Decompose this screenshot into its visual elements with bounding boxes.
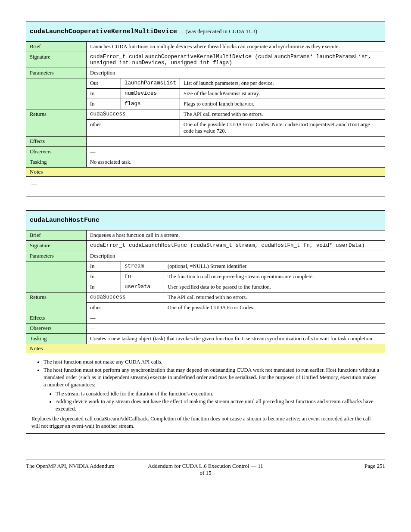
label-parameters: Parameters bbox=[26, 68, 87, 78]
label-brief: Brief bbox=[26, 42, 87, 52]
value-effects: — bbox=[87, 137, 385, 147]
param-desc: Size of the launchParamsList array. bbox=[180, 89, 385, 99]
label-effects: Effects bbox=[26, 137, 87, 147]
notes-item: The host function must not make any CUDA… bbox=[44, 358, 380, 366]
value-description-header: Description bbox=[87, 68, 385, 78]
function-name: cudaLaunchHostFunc bbox=[30, 217, 100, 224]
api-table-cudaLaunchCooperativeKernelMultiDevice: cudaLaunchCooperativeKernelMultiDevice —… bbox=[26, 22, 385, 196]
value-observers: — bbox=[87, 324, 385, 334]
param-desc: The function to call once preceding stre… bbox=[164, 272, 385, 282]
value-signature: cudaError_t cudaLaunchHostFunc (cudaStre… bbox=[87, 241, 385, 251]
param-group-cell bbox=[26, 261, 87, 292]
param-name: userData bbox=[121, 282, 164, 292]
label-returns: Returns bbox=[26, 109, 87, 137]
param-desc: (optional, =NULL) Stream identifier. bbox=[164, 261, 385, 272]
notes-body: The host function must not make any CUDA… bbox=[26, 353, 385, 434]
value-description-header: Description bbox=[87, 251, 385, 261]
label-tasking: Tasking bbox=[26, 157, 87, 168]
notes-list-2: The stream is considered idle for the du… bbox=[56, 390, 380, 413]
label-tasking: Tasking bbox=[26, 334, 87, 344]
return-desc: One of the possible CUDA Error Codes. No… bbox=[180, 120, 385, 137]
param-dir: In bbox=[87, 261, 121, 272]
value-tasking: No associated task. bbox=[87, 157, 385, 168]
param-dir: In bbox=[87, 89, 121, 99]
function-header-row: cudaLaunchCooperativeKernelMultiDevice —… bbox=[26, 22, 385, 42]
param-name: fn bbox=[121, 272, 164, 282]
return-name: other bbox=[87, 303, 164, 313]
return-desc: The API call returned with no errors. bbox=[164, 292, 385, 303]
param-dir: Out bbox=[87, 78, 121, 89]
page-footer: The OpenMP API, NVIDIA Addendum Addendum… bbox=[26, 460, 385, 476]
notes-item: The stream is considered idle for the du… bbox=[56, 390, 380, 398]
label-returns: Returns bbox=[26, 292, 87, 313]
footer-center-link[interactable]: L.6 bbox=[199, 463, 207, 469]
param-dir: In bbox=[87, 99, 121, 109]
footer-left: The OpenMP API, NVIDIA Addendum bbox=[26, 463, 146, 476]
notes-item: The host function must not perform any s… bbox=[44, 367, 380, 389]
label-observers: Observers bbox=[26, 324, 87, 334]
param-group-cell bbox=[26, 78, 87, 109]
footer-center: Addendum for CUDA L.6 Execution Control … bbox=[146, 463, 265, 476]
param-dir: In bbox=[87, 272, 121, 282]
return-name: cudaSuccess bbox=[87, 292, 164, 303]
footer-right: Page 251 bbox=[265, 463, 385, 476]
notes-header: Notes bbox=[26, 168, 385, 177]
param-desc: Flags to control launch behavior. bbox=[180, 99, 385, 109]
param-name: flags bbox=[121, 99, 180, 109]
notes-header: Notes bbox=[26, 344, 385, 353]
value-observers: — bbox=[87, 147, 385, 157]
footer-center-suffix: Execution Control — 11 of 15 bbox=[199, 463, 263, 476]
value-brief: Launches CUDA functions on multiple devi… bbox=[87, 42, 385, 52]
param-desc: List of launch parameters, one per devic… bbox=[180, 78, 385, 89]
value-brief: Enqueues a host function call in a strea… bbox=[87, 230, 385, 241]
api-table-cudaLaunchHostFunc: cudaLaunchHostFunc Brief Enqueues a host… bbox=[26, 210, 385, 434]
function-name: cudaLaunchCooperativeKernelMultiDevice bbox=[30, 28, 177, 35]
return-name: other bbox=[87, 120, 180, 137]
notes-item: Adding device work to any stream does no… bbox=[56, 398, 380, 413]
label-brief: Brief bbox=[26, 230, 87, 241]
footer-center-prefix: Addendum for CUDA bbox=[148, 463, 199, 469]
label-effects: Effects bbox=[26, 313, 87, 324]
param-name: numDevices bbox=[121, 89, 180, 99]
notes-body: — bbox=[26, 177, 385, 196]
value-effects: — bbox=[87, 313, 385, 324]
return-name: cudaSuccess bbox=[87, 109, 180, 120]
label-observers: Observers bbox=[26, 147, 87, 157]
label-parameters: Parameters bbox=[26, 251, 87, 261]
notes-trailer: Replaces the deprecated call cudaStreamA… bbox=[31, 415, 380, 430]
label-signature: Signature bbox=[26, 52, 87, 68]
param-name: stream bbox=[121, 261, 164, 272]
param-desc: User-specified data to be passed to the … bbox=[164, 282, 385, 292]
param-dir: In bbox=[87, 282, 121, 292]
notes-list-1: The host function must not make any CUDA… bbox=[44, 358, 380, 389]
value-signature: cudaError_t cudaLaunchCooperativeKernelM… bbox=[87, 52, 385, 68]
value-tasking: Creates a new tasking object (task) that… bbox=[87, 334, 385, 344]
function-header-note: — (was deprecated in CUDA 11.3) bbox=[178, 28, 257, 34]
return-desc: One of the possible CUDA Error Codes. bbox=[164, 303, 385, 313]
function-header-row: cudaLaunchHostFunc bbox=[26, 211, 385, 230]
label-signature: Signature bbox=[26, 241, 87, 251]
param-name: launchParamsList bbox=[121, 78, 180, 89]
return-desc: The API call returned with no errors. bbox=[180, 109, 385, 120]
